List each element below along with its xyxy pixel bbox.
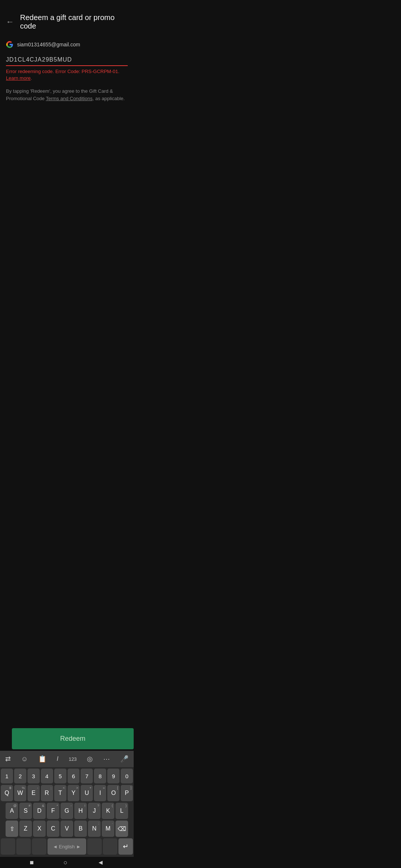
back-button[interactable]: ←	[6, 17, 14, 27]
page-title: Redeem a gift card or promo code	[20, 13, 128, 30]
status-bar	[0, 0, 134, 9]
code-input-wrapper	[6, 55, 128, 66]
account-row: siam01314655@gmail.com	[6, 41, 128, 48]
learn-more-link[interactable]: Learn more	[6, 75, 30, 81]
content-area: siam01314655@gmail.com Error redeeming c…	[0, 35, 134, 102]
google-icon	[6, 41, 13, 48]
error-message: Error redeeming code. Error Code: PRS-GC…	[6, 68, 128, 82]
header: ← Redeem a gift card or promo code	[0, 9, 134, 35]
terms-link[interactable]: Terms and Conditions	[46, 96, 92, 101]
promo-code-input[interactable]	[6, 55, 128, 65]
terms-text: By tapping 'Redeem', you agree to the Gi…	[6, 88, 128, 102]
account-email: siam01314655@gmail.com	[17, 42, 80, 47]
